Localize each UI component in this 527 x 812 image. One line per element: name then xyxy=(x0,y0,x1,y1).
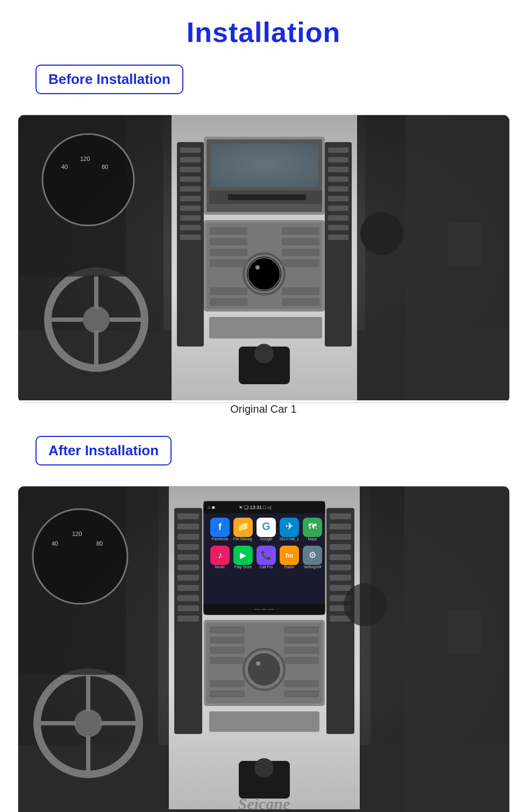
svg-text:🗺: 🗺 xyxy=(308,522,317,531)
svg-rect-154 xyxy=(210,690,245,697)
svg-rect-149 xyxy=(210,626,245,633)
svg-rect-86 xyxy=(177,534,199,540)
svg-text:f: f xyxy=(218,521,222,532)
svg-rect-13 xyxy=(180,147,201,153)
svg-text:Music: Music xyxy=(215,565,225,569)
svg-rect-150 xyxy=(210,637,245,644)
svg-rect-27 xyxy=(328,176,348,182)
svg-rect-29 xyxy=(328,196,348,201)
svg-text:✈: ✈ xyxy=(285,521,293,532)
before-caption: Original Car 1 xyxy=(230,403,296,415)
svg-rect-101 xyxy=(330,564,351,570)
svg-rect-17 xyxy=(180,186,201,192)
svg-rect-28 xyxy=(328,186,348,192)
svg-rect-24 xyxy=(328,147,348,153)
svg-rect-15 xyxy=(180,167,201,172)
svg-rect-99 xyxy=(330,544,351,550)
svg-rect-159 xyxy=(284,680,319,687)
svg-rect-85 xyxy=(177,524,199,529)
svg-rect-39 xyxy=(228,194,306,200)
svg-rect-100 xyxy=(330,554,351,560)
svg-rect-98 xyxy=(330,534,351,540)
svg-text:Call Pro: Call Pro xyxy=(259,565,273,569)
svg-text:Settings/M: Settings/M xyxy=(303,565,321,569)
svg-rect-63 xyxy=(448,223,481,266)
svg-rect-37 xyxy=(211,144,318,187)
svg-rect-50 xyxy=(210,259,247,267)
svg-text:Facebook: Facebook xyxy=(211,537,228,541)
svg-text:♪: ♪ xyxy=(218,550,222,560)
svg-text:Radio: Radio xyxy=(284,565,294,569)
svg-point-46 xyxy=(255,265,260,270)
svg-rect-51 xyxy=(210,287,247,295)
svg-rect-84 xyxy=(177,513,199,519)
svg-text:Google: Google xyxy=(260,537,272,541)
svg-rect-26 xyxy=(328,167,348,172)
svg-rect-30 xyxy=(328,206,348,211)
svg-rect-102 xyxy=(330,575,351,581)
svg-rect-96 xyxy=(330,513,351,519)
svg-rect-32 xyxy=(328,225,348,230)
svg-rect-12 xyxy=(177,142,204,347)
svg-rect-18 xyxy=(180,196,201,201)
svg-text:40: 40 xyxy=(52,540,58,547)
svg-rect-22 xyxy=(180,235,201,240)
svg-rect-52 xyxy=(210,298,247,306)
svg-rect-49 xyxy=(210,249,247,256)
svg-rect-93 xyxy=(177,605,199,611)
svg-rect-56 xyxy=(282,259,319,267)
svg-point-147 xyxy=(248,653,280,686)
before-car-image: 40 80 120 xyxy=(18,115,510,403)
svg-rect-31 xyxy=(328,215,348,221)
svg-point-70 xyxy=(254,344,274,363)
svg-rect-23 xyxy=(325,142,352,347)
svg-rect-47 xyxy=(210,227,247,235)
svg-rect-55 xyxy=(282,249,319,256)
svg-rect-25 xyxy=(328,157,348,163)
svg-text:40: 40 xyxy=(61,164,68,170)
svg-rect-87 xyxy=(177,544,199,550)
svg-text:00107AB_L: 00107AB_L xyxy=(279,537,299,541)
svg-text:📁: 📁 xyxy=(237,520,250,532)
svg-point-6 xyxy=(83,306,110,333)
svg-rect-158 xyxy=(284,657,319,664)
svg-rect-151 xyxy=(210,647,245,654)
svg-text:fm: fm xyxy=(286,552,293,559)
svg-text:Seicane: Seicane xyxy=(238,795,290,812)
svg-rect-152 xyxy=(210,657,245,664)
svg-rect-89 xyxy=(177,564,199,570)
svg-rect-57 xyxy=(282,287,319,295)
svg-rect-16 xyxy=(180,176,201,182)
svg-point-171 xyxy=(254,758,274,778)
svg-text:120: 120 xyxy=(80,156,90,162)
svg-point-65 xyxy=(42,134,134,225)
svg-text:File Manag.: File Manag. xyxy=(233,537,253,541)
svg-rect-156 xyxy=(284,637,319,644)
svg-rect-155 xyxy=(284,626,319,633)
svg-rect-14 xyxy=(180,157,201,163)
svg-text:80: 80 xyxy=(102,164,108,170)
svg-rect-19 xyxy=(180,206,201,211)
svg-point-44 xyxy=(247,257,281,291)
svg-rect-90 xyxy=(177,575,199,581)
svg-rect-153 xyxy=(210,680,245,687)
svg-rect-88 xyxy=(177,554,199,560)
page-title: Installation xyxy=(187,16,340,48)
svg-point-162 xyxy=(344,583,387,626)
before-car-svg: 40 80 120 xyxy=(18,115,510,400)
svg-text:120: 120 xyxy=(72,531,82,537)
svg-rect-157 xyxy=(284,647,319,654)
svg-rect-164 xyxy=(448,610,481,653)
svg-rect-97 xyxy=(330,524,351,529)
svg-rect-91 xyxy=(177,585,199,591)
svg-text:📞: 📞 xyxy=(261,550,272,560)
svg-point-77 xyxy=(74,709,102,737)
svg-point-148 xyxy=(256,661,260,666)
svg-text:▶: ▶ xyxy=(240,550,247,560)
after-car-svg: ○ ■ ✕ ❑ 13:31 □ ◁ f Facebook 📁 File Mana… xyxy=(18,486,510,812)
svg-rect-94 xyxy=(177,616,199,622)
svg-rect-21 xyxy=(180,225,201,230)
svg-rect-58 xyxy=(282,298,319,306)
before-installation-badge: Before Installation xyxy=(35,65,183,94)
svg-text:G: G xyxy=(262,520,270,532)
